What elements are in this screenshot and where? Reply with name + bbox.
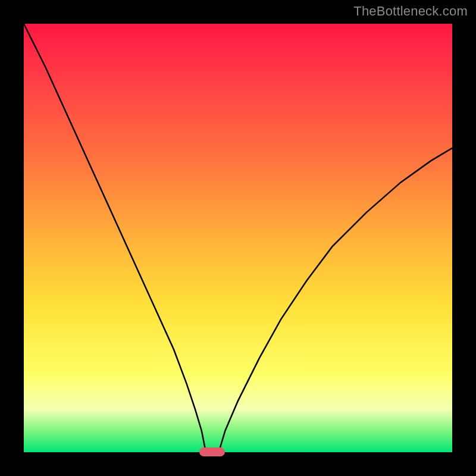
watermark-text: TheBottleneck.com — [353, 4, 468, 19]
curve-svg — [24, 24, 452, 452]
curve-left-branch — [24, 24, 206, 452]
curve-right-branch — [219, 148, 452, 452]
chart-frame: TheBottleneck.com — [0, 0, 476, 476]
bottleneck-marker — [199, 447, 225, 456]
